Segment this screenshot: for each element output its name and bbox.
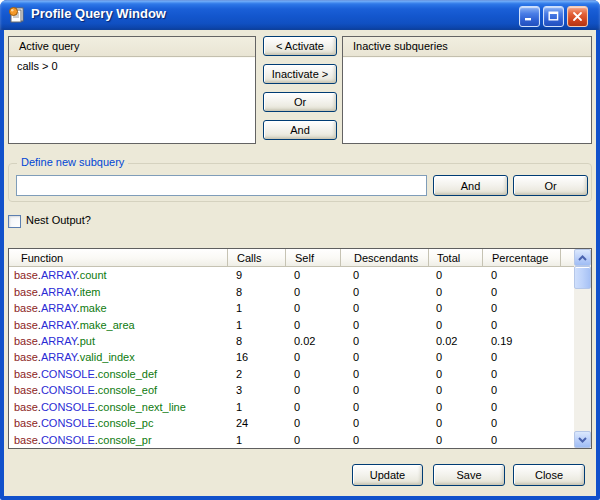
scroll-up-icon[interactable] bbox=[574, 249, 591, 266]
cell-descendants: 0 bbox=[340, 335, 428, 347]
cell-descendants: 0 bbox=[340, 434, 428, 446]
minimize-button[interactable] bbox=[519, 6, 540, 27]
cell-percentage: 0 bbox=[482, 401, 560, 413]
or-transfer-button[interactable]: Or bbox=[263, 92, 337, 112]
table-rows: base.ARRAY.count90000base.ARRAY.item8000… bbox=[9, 267, 574, 448]
cell-descendants: 0 bbox=[340, 269, 428, 281]
save-button[interactable]: Save bbox=[433, 464, 505, 486]
cell-descendants: 0 bbox=[340, 384, 428, 396]
column-header-percentage[interactable]: Percentage bbox=[482, 249, 560, 266]
scroll-down-icon[interactable] bbox=[574, 431, 591, 448]
cell-descendants: 0 bbox=[340, 351, 428, 363]
query-item[interactable]: calls > 0 bbox=[9, 57, 255, 72]
cell-self: 0 bbox=[285, 351, 340, 363]
vertical-scrollbar[interactable] bbox=[574, 249, 591, 448]
table-row[interactable]: base.CONSOLE.console_next_line10000 bbox=[9, 399, 574, 415]
cell-total: 0.02 bbox=[428, 335, 482, 347]
cell-calls: 1 bbox=[227, 302, 285, 314]
cell-percentage: 0 bbox=[482, 434, 560, 446]
subquery-input[interactable] bbox=[16, 175, 427, 196]
column-header-total[interactable]: Total bbox=[428, 249, 482, 266]
inactive-subqueries-header[interactable]: Inactive subqueries bbox=[343, 37, 591, 57]
cell-self: 0 bbox=[285, 269, 340, 281]
cell-percentage: 0 bbox=[482, 368, 560, 380]
cell-calls: 1 bbox=[227, 401, 285, 413]
table-row[interactable]: base.CONSOLE.console_pr10000 bbox=[9, 431, 574, 447]
and-transfer-button[interactable]: And bbox=[263, 120, 337, 140]
cell-total: 0 bbox=[428, 417, 482, 429]
function-name: base.CONSOLE.console_eof bbox=[9, 384, 227, 396]
cell-total: 0 bbox=[428, 351, 482, 363]
column-header-self[interactable]: Self bbox=[285, 249, 340, 266]
table-row[interactable]: base.ARRAY.put80.0200.020.19 bbox=[9, 333, 574, 349]
cell-calls: 24 bbox=[227, 417, 285, 429]
cell-self: 0 bbox=[285, 434, 340, 446]
cell-descendants: 0 bbox=[340, 319, 428, 331]
active-query-list[interactable]: calls > 0 bbox=[9, 57, 255, 72]
cell-self: 0 bbox=[285, 417, 340, 429]
cell-self: 0.02 bbox=[285, 335, 340, 347]
cell-self: 0 bbox=[285, 302, 340, 314]
cell-total: 0 bbox=[428, 401, 482, 413]
cell-self: 0 bbox=[285, 401, 340, 413]
column-header-function[interactable]: Function bbox=[9, 249, 227, 266]
table-row[interactable]: base.ARRAY.make10000 bbox=[9, 300, 574, 316]
cell-self: 0 bbox=[285, 384, 340, 396]
column-header-filler bbox=[560, 249, 574, 266]
cell-calls: 2 bbox=[227, 368, 285, 380]
function-name: base.CONSOLE.console_def bbox=[9, 368, 227, 380]
cell-percentage: 0 bbox=[482, 384, 560, 396]
column-header-descendants[interactable]: Descendants bbox=[340, 249, 428, 266]
cell-total: 0 bbox=[428, 368, 482, 380]
function-name: base.ARRAY.make bbox=[9, 302, 227, 314]
cell-total: 0 bbox=[428, 384, 482, 396]
active-query-panel: Active query calls > 0 bbox=[8, 36, 256, 144]
function-name: base.ARRAY.valid_index bbox=[9, 351, 227, 363]
window-icon bbox=[8, 6, 25, 23]
update-button[interactable]: Update bbox=[352, 464, 423, 486]
function-name: base.CONSOLE.console_pr bbox=[9, 434, 227, 446]
client-area: Active query calls > 0 < Activate Inacti… bbox=[4, 30, 596, 496]
table-row[interactable]: base.CONSOLE.console_pc240000 bbox=[9, 415, 574, 431]
subquery-or-button[interactable]: Or bbox=[513, 175, 588, 196]
inactivate-button[interactable]: Inactivate > bbox=[263, 64, 337, 84]
function-name: base.CONSOLE.console_next_line bbox=[9, 401, 227, 413]
table-row[interactable]: base.CONSOLE.console_def20000 bbox=[9, 366, 574, 382]
table-row[interactable]: base.ARRAY.item80000 bbox=[9, 283, 574, 299]
table-header: Function Calls Self Descendants Total Pe… bbox=[9, 249, 574, 267]
cell-percentage: 0.19 bbox=[482, 335, 560, 347]
profile-query-window: Profile Query Window Active query calls … bbox=[0, 0, 600, 500]
cell-total: 0 bbox=[428, 286, 482, 298]
cell-total: 0 bbox=[428, 269, 482, 281]
cell-total: 0 bbox=[428, 434, 482, 446]
maximize-button[interactable] bbox=[543, 6, 564, 27]
cell-percentage: 0 bbox=[482, 351, 560, 363]
define-subquery-label: Define new subquery bbox=[17, 156, 128, 168]
table-row[interactable]: base.CONSOLE.console_eof30000 bbox=[9, 382, 574, 398]
cell-calls: 1 bbox=[227, 434, 285, 446]
scrollbar-thumb[interactable] bbox=[574, 266, 591, 289]
cell-descendants: 0 bbox=[340, 417, 428, 429]
function-name: base.ARRAY.put bbox=[9, 335, 227, 347]
profile-table: Function Calls Self Descendants Total Pe… bbox=[8, 248, 592, 449]
column-header-calls[interactable]: Calls bbox=[227, 249, 285, 266]
close-icon[interactable] bbox=[567, 6, 588, 27]
function-name: base.CONSOLE.console_pc bbox=[9, 417, 227, 429]
cell-percentage: 0 bbox=[482, 269, 560, 281]
function-name: base.ARRAY.make_area bbox=[9, 319, 227, 331]
cell-descendants: 0 bbox=[340, 286, 428, 298]
active-query-header[interactable]: Active query bbox=[9, 37, 255, 57]
function-name: base.ARRAY.item bbox=[9, 286, 227, 298]
close-button[interactable]: Close bbox=[513, 464, 585, 486]
table-row[interactable]: base.ARRAY.make_area10000 bbox=[9, 316, 574, 332]
subquery-and-button[interactable]: And bbox=[433, 175, 508, 196]
nest-output-checkbox[interactable] bbox=[8, 215, 21, 228]
activate-button[interactable]: < Activate bbox=[263, 36, 337, 56]
table-row[interactable]: base.ARRAY.count90000 bbox=[9, 267, 574, 283]
title-bar[interactable]: Profile Query Window bbox=[0, 0, 600, 30]
cell-percentage: 0 bbox=[482, 302, 560, 314]
cell-percentage: 0 bbox=[482, 417, 560, 429]
table-row[interactable]: base.ARRAY.valid_index160000 bbox=[9, 349, 574, 365]
nest-output-label: Nest Output? bbox=[26, 214, 91, 226]
cell-percentage: 0 bbox=[482, 319, 560, 331]
